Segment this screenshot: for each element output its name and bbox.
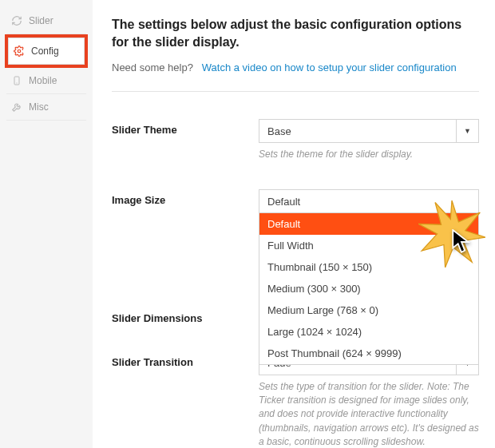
field-hint: Sets the type of transition for the slid… — [259, 380, 479, 448]
theme-select[interactable]: Base ▼ — [259, 119, 479, 143]
dropdown-option[interactable]: Large (1024 × 1024) — [259, 321, 478, 343]
sidebar-item-label: Slider — [29, 15, 53, 26]
field-label: Slider Transition — [112, 351, 259, 368]
field-hint: Sets the theme for the slider display. — [259, 148, 479, 161]
main-panel: The settings below adjust the basic conf… — [93, 0, 495, 448]
sidebar-item-config[interactable]: Config — [8, 38, 85, 65]
sidebar-item-slider[interactable]: Slider — [6, 8, 86, 34]
select-value: Base — [267, 125, 291, 137]
select-value: Default — [267, 196, 300, 208]
field-label: Slider Theme — [112, 119, 259, 136]
active-highlight: Config — [5, 34, 88, 68]
field-label: Slider Dimensions — [112, 307, 259, 324]
help-row: Need some help? Watch a video on how to … — [112, 61, 479, 73]
phone-icon — [11, 75, 22, 86]
svg-point-0 — [18, 50, 21, 53]
sidebar-item-label: Config — [31, 46, 59, 57]
image-size-dropdown: DefaultFull WidthThumbnail (150 × 150)Me… — [259, 212, 479, 365]
refresh-icon — [11, 15, 22, 26]
field-slider-transition: Slider Transition Fade ▼ Sets the type o… — [112, 351, 479, 448]
sidebar-item-label: Misc — [29, 101, 49, 113]
field-slider-theme: Slider Theme Base ▼ Sets the theme for t… — [112, 119, 479, 161]
image-size-select[interactable]: Default — [259, 189, 479, 213]
divider — [112, 91, 479, 92]
wrench-icon — [11, 101, 22, 113]
dropdown-option[interactable]: Thumbnail (150 × 150) — [259, 256, 478, 278]
dropdown-option[interactable]: Post Thumbnail (624 × 9999) — [259, 343, 478, 364]
sidebar: Slider Config Mobile Misc — [0, 0, 93, 448]
sidebar-item-label: Mobile — [29, 75, 57, 86]
sidebar-item-mobile[interactable]: Mobile — [6, 68, 86, 94]
sidebar-item-misc[interactable]: Misc — [6, 94, 86, 121]
chevron-down-icon: ▼ — [456, 120, 478, 142]
page-title: The settings below adjust the basic conf… — [112, 16, 479, 50]
dropdown-option[interactable]: Default — [259, 213, 478, 235]
help-link[interactable]: Watch a video on how to setup your slide… — [202, 61, 457, 73]
dropdown-option[interactable]: Medium Large (768 × 0) — [259, 299, 478, 321]
dropdown-option[interactable]: Full Width — [259, 235, 478, 256]
field-label: Image Size — [112, 189, 259, 206]
gear-icon — [14, 46, 25, 57]
help-text: Need some help? — [112, 61, 193, 73]
dropdown-option[interactable]: Medium (300 × 300) — [259, 278, 478, 299]
field-image-size: Image Size Default DefaultFull WidthThum… — [112, 189, 479, 213]
